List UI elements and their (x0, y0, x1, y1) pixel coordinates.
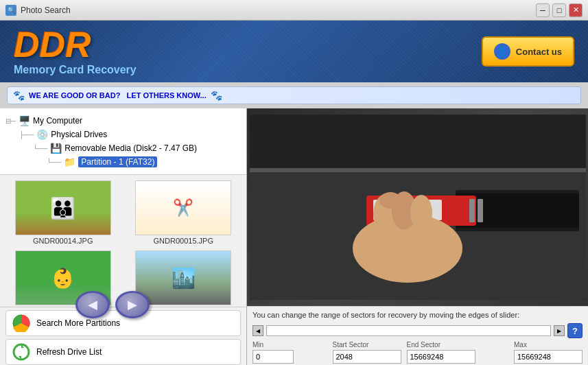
tree-item-physical-drives[interactable]: ├── 💿 Physical Drives (19, 128, 241, 141)
field-start: Start Sector (333, 341, 401, 364)
rating-text: WE ARE GOOD OR BAD? LET OTHERS KNOW... (29, 91, 207, 99)
end-sector-input[interactable] (407, 350, 475, 364)
slider-row: ◀ ▶ ? (252, 323, 583, 338)
search-partitions-label: Search More Partitions (36, 318, 120, 328)
title-bar: 🔍 Photo Search ─ □ ✕ (0, 0, 588, 21)
svg-point-16 (379, 192, 401, 209)
svg-rect-10 (469, 199, 475, 222)
app-subtitle: Memory Card Recovery (14, 64, 137, 76)
contact-icon: 👤 (494, 43, 510, 60)
tree-label-physical-drives: Physical Drives (51, 130, 107, 139)
title-bar-left: 🔍 Photo Search (5, 5, 71, 16)
thumbnail-item[interactable]: GNDR00015.JPG (124, 178, 244, 248)
rating-icon: 🐾 (13, 90, 25, 101)
refresh-drive-label: Refresh Drive List (36, 347, 102, 357)
thumbnail-item[interactable]: GNDR00014.JPG (3, 178, 124, 248)
partition-icon: 📁 (64, 156, 75, 167)
max-input[interactable] (514, 350, 583, 364)
svg-rect-4 (250, 168, 586, 172)
next-button[interactable]: ▶ (115, 291, 150, 318)
slider-info-text: You can change the range of sectors for … (252, 311, 583, 319)
preview-image: Transcend (247, 108, 588, 306)
min-label: Min (252, 341, 294, 349)
rating-icon-right: 🐾 (211, 90, 222, 101)
field-min: Min (252, 341, 294, 364)
svg-rect-11 (478, 199, 483, 222)
thumbnail-preview-craft (135, 180, 231, 235)
tree-label-my-computer: My Computer (33, 116, 82, 126)
tree-view: ⊟─ 🖥️ My Computer ├── 💿 Physical Drives … (0, 108, 246, 175)
contact-label: Contact us (516, 47, 562, 57)
removable-media-icon: 💾 (50, 143, 62, 154)
refresh-icon (12, 342, 31, 362)
close-button[interactable]: ✕ (569, 3, 583, 17)
maximize-button[interactable]: □ (552, 3, 566, 17)
drives-icon: 💿 (36, 129, 48, 140)
svg-point-15 (410, 195, 432, 231)
slider-right-btn[interactable]: ▶ (554, 325, 565, 336)
tree-item-removable-media[interactable]: └── 💾 Removable Media (Disk2 - 7.47 GB) (33, 141, 241, 155)
title-bar-controls: ─ □ ✕ (536, 3, 583, 17)
info-panel: You can change the range of sectors for … (247, 306, 588, 365)
help-button[interactable]: ? (567, 323, 583, 338)
tree-label-partition: Partition - 1 (FAT32) (78, 156, 157, 167)
start-sector-input[interactable] (333, 350, 401, 364)
sd-card-scene: Transcend (247, 108, 588, 306)
ddr-logo: DDR (14, 27, 137, 62)
start-sector-label: Start Sector (333, 341, 401, 349)
thumbnail-name: GNDR00015.JPG (154, 237, 213, 245)
header: DDR Memory Card Recovery 👤 Contact us (0, 21, 588, 82)
thumbnail-grid: GNDR00014.JPG GNDR00015.JPG (0, 175, 246, 307)
window-title: Photo Search (21, 5, 71, 15)
main-content: ⊟─ 🖥️ My Computer ├── 💿 Physical Drives … (0, 108, 588, 365)
slider-left-btn[interactable]: ◀ (252, 325, 263, 336)
tree-label-removable-media: Removable Media (Disk2 - 7.47 GB) (64, 143, 197, 153)
right-panel: Transcend You can change the range of se… (247, 108, 588, 365)
left-panel: ⊟─ 🖥️ My Computer ├── 💿 Physical Drives … (0, 108, 247, 365)
header-left: DDR Memory Card Recovery (14, 27, 137, 76)
field-max: Max (514, 341, 583, 364)
max-label: Max (514, 341, 583, 349)
fields-row: Min Start Sector End Sector Max (252, 341, 583, 364)
computer-icon: 🖥️ (19, 115, 30, 126)
min-input[interactable] (252, 350, 294, 364)
slider-track[interactable] (266, 325, 551, 336)
app-icon: 🔍 (5, 5, 16, 16)
tree-item-my-computer[interactable]: ⊟─ 🖥️ My Computer (5, 114, 241, 128)
field-end: End Sector (407, 341, 475, 364)
contact-button[interactable]: 👤 Contact us (482, 36, 574, 67)
end-sector-label: End Sector (407, 341, 475, 349)
search-partitions-icon (12, 314, 31, 333)
thumbnail-preview-city (135, 250, 231, 305)
refresh-drive-button[interactable]: Refresh Drive List (5, 339, 241, 365)
rating-banner[interactable]: 🐾 WE ARE GOOD OR BAD? LET OTHERS KNOW...… (7, 86, 581, 104)
prev-button[interactable]: ◀ (75, 291, 110, 318)
tree-item-partition[interactable]: └── 📁 Partition - 1 (FAT32) (47, 155, 241, 169)
thumbnail-preview-park (15, 180, 111, 235)
minimize-button[interactable]: ─ (536, 3, 550, 17)
thumbnail-name: GNDR00014.JPG (33, 237, 93, 245)
